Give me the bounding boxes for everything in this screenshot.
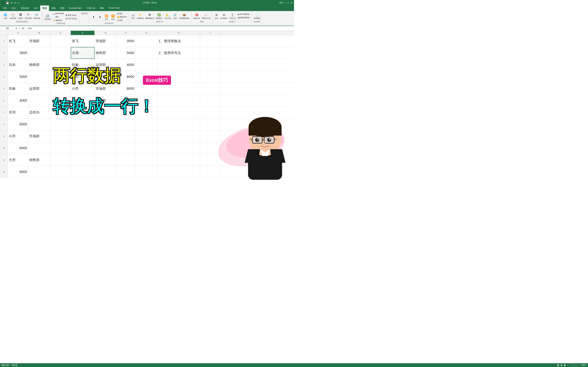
cell-h8[interactable] bbox=[157, 118, 200, 130]
cell-c12[interactable] bbox=[50, 166, 71, 178]
btn-sort-asc[interactable]: ⬆ bbox=[91, 14, 97, 20]
maximize-btn[interactable]: □ bbox=[288, 1, 289, 4]
cell-e8[interactable] bbox=[95, 118, 117, 130]
btn-query-connections[interactable]: 📊 查询和连接 bbox=[52, 12, 64, 15]
cell-c2[interactable] bbox=[50, 47, 71, 59]
cell-a5[interactable]: 刘备 bbox=[8, 83, 28, 94]
cell-h4[interactable] bbox=[157, 71, 200, 83]
col-header-c[interactable]: C bbox=[50, 31, 71, 35]
tab-power-pivot[interactable]: Power Pivot bbox=[106, 5, 122, 11]
cell-b4[interactable] bbox=[28, 71, 50, 83]
cell-g11[interactable] bbox=[135, 154, 157, 166]
save-quick-icon[interactable]: 💾 bbox=[5, 1, 9, 5]
col-header-f[interactable]: F bbox=[117, 31, 135, 35]
minimize-btn[interactable]: ─ bbox=[285, 1, 286, 4]
cell-d5[interactable]: 小乔 bbox=[71, 83, 95, 94]
cell-c1[interactable] bbox=[50, 35, 71, 47]
row-header-5[interactable]: 5 bbox=[0, 83, 8, 94]
cell-c8[interactable] bbox=[50, 118, 71, 130]
cell-h10[interactable] bbox=[157, 142, 200, 154]
cell-a11[interactable]: 大乔 bbox=[8, 154, 28, 166]
cell-c3[interactable] bbox=[50, 59, 71, 71]
cell-b12[interactable] bbox=[28, 166, 50, 178]
btn-filter[interactable]: 🔽 筛选 bbox=[110, 13, 116, 21]
cell-g10[interactable] bbox=[135, 142, 157, 154]
btn-ungroup[interactable]: ⊟ 取消组合 bbox=[220, 12, 228, 20]
cell-f9[interactable] bbox=[117, 130, 135, 142]
cell-b6[interactable] bbox=[28, 95, 50, 106]
tab-excel-learn[interactable]: Excel自学成才 bbox=[67, 5, 85, 11]
cell-a9[interactable]: 小乔 bbox=[8, 130, 28, 142]
btn-existing-connections[interactable]: 🔗 现有连接 bbox=[33, 12, 41, 20]
btn-refresh-all[interactable]: 🔄 全部刷新 bbox=[43, 13, 52, 21]
cell-a2[interactable]: 3500 bbox=[8, 47, 28, 59]
cell-h2[interactable]: 2、使用等号法 bbox=[157, 47, 200, 59]
btn-advanced[interactable]: ⚙ 高级 bbox=[116, 19, 127, 22]
cell-a6[interactable]: 4000 bbox=[8, 95, 28, 106]
cell-e6[interactable]: 销售部 bbox=[95, 95, 117, 106]
cell-g2[interactable] bbox=[135, 47, 157, 59]
btn-group[interactable]: ⊞ 组合 bbox=[214, 12, 220, 20]
btn-recent-sources[interactable]: ⏱ 最近使用 bbox=[24, 12, 32, 20]
cell-g3[interactable] bbox=[135, 59, 157, 71]
row-header-9[interactable]: 9 bbox=[0, 130, 8, 142]
cell-g7[interactable] bbox=[135, 107, 157, 118]
cell-h9[interactable] bbox=[157, 130, 200, 142]
row-header-2[interactable]: 2 bbox=[0, 47, 8, 59]
btn-flash-fill[interactable]: ⚡ 快速填充 bbox=[136, 12, 144, 20]
cell-b3[interactable]: 销售部 bbox=[28, 59, 50, 71]
cell-f10[interactable] bbox=[117, 142, 135, 154]
cell-e11[interactable] bbox=[95, 154, 117, 166]
cell-e9[interactable] bbox=[95, 130, 117, 142]
cell-f2[interactable]: 5000 bbox=[117, 47, 135, 59]
btn-text-to-columns[interactable]: 📊 分列 bbox=[130, 12, 136, 20]
cell-d10[interactable] bbox=[71, 142, 95, 154]
cell-c7[interactable] bbox=[50, 107, 71, 118]
cell-b5[interactable]: 运营部 bbox=[28, 83, 50, 94]
row-header-3[interactable]: 3 bbox=[0, 59, 8, 71]
cell-h3[interactable] bbox=[157, 59, 200, 71]
cell-h7[interactable] bbox=[157, 107, 200, 118]
cell-h11[interactable] bbox=[157, 154, 200, 166]
cell-e7[interactable] bbox=[95, 107, 117, 118]
col-header-a[interactable]: A bbox=[8, 31, 28, 35]
tab-data[interactable]: 数据 bbox=[40, 5, 49, 11]
cell-f11[interactable] bbox=[117, 154, 135, 166]
col-header-g[interactable]: G bbox=[135, 31, 157, 35]
close-btn[interactable]: ✕ bbox=[291, 1, 293, 4]
cell-a4[interactable]: 5000 bbox=[8, 71, 28, 83]
cell-a7[interactable]: 关羽 bbox=[8, 107, 28, 118]
cell-c5[interactable] bbox=[50, 83, 71, 94]
cell-e4[interactable]: 总经办 bbox=[95, 71, 117, 83]
tab-help[interactable]: 帮助 bbox=[97, 5, 106, 11]
tab-developer[interactable]: 开发工具 bbox=[85, 5, 97, 11]
cell-d6[interactable]: 大乔 bbox=[71, 95, 95, 106]
cell-d7[interactable] bbox=[71, 107, 95, 118]
col-header-b[interactable]: B bbox=[28, 31, 50, 35]
cell-f8[interactable] bbox=[117, 118, 135, 130]
cell-i2[interactable] bbox=[200, 47, 221, 59]
cell-a12[interactable]: 9000 bbox=[8, 166, 28, 178]
cell-b8[interactable] bbox=[28, 118, 50, 130]
tab-formula[interactable]: 公式 bbox=[31, 5, 40, 11]
tab-review[interactable]: 审阅 bbox=[49, 5, 58, 11]
btn-remove-duplicates[interactable]: 🗑 删除重复值 bbox=[145, 12, 155, 20]
cell-c11[interactable] bbox=[50, 154, 71, 166]
cell-d11[interactable] bbox=[71, 154, 95, 166]
cell-c6[interactable] bbox=[50, 95, 71, 106]
btn-properties[interactable]: 📄 属性 bbox=[52, 16, 64, 18]
cell-g8[interactable] bbox=[135, 118, 157, 130]
customize-quick-access[interactable]: ▼ bbox=[17, 1, 20, 4]
row-header-8[interactable]: 8 bbox=[0, 118, 8, 130]
cell-g1[interactable] bbox=[135, 35, 157, 47]
cell-a8[interactable]: 6000 bbox=[8, 118, 28, 130]
row-header-7[interactable]: 7 bbox=[0, 107, 8, 118]
cell-b1[interactable]: 市场部 bbox=[28, 35, 50, 47]
tab-file[interactable]: 文件 bbox=[1, 5, 9, 11]
btn-from-image[interactable]: 🖼 从图片 bbox=[17, 12, 24, 20]
cell-e1[interactable]: 市场部 bbox=[95, 35, 117, 47]
btn-hide-detail[interactable]: ◀ 隐藏明细数据 bbox=[237, 16, 250, 19]
cell-c10[interactable] bbox=[50, 142, 71, 154]
btn-from-web[interactable]: 🌐 自网 bbox=[2, 12, 9, 20]
btn-reapply[interactable]: 🔁 重新应用 bbox=[116, 16, 127, 18]
